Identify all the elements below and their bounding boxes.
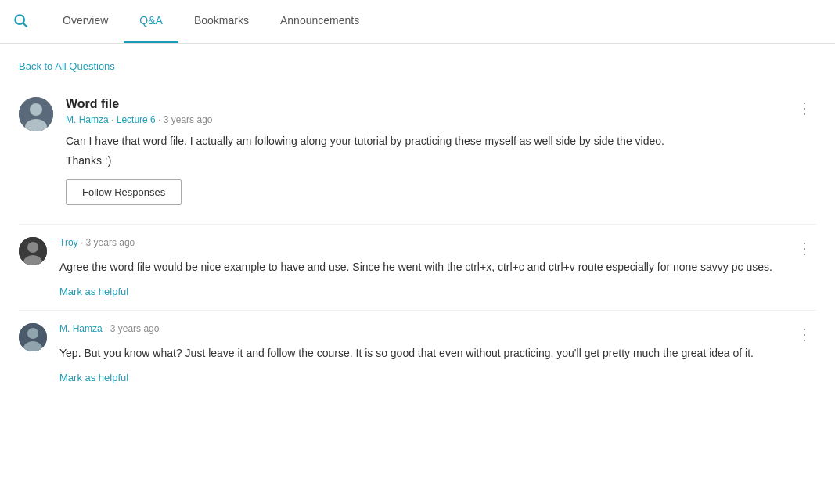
question-separator: · xyxy=(111,114,117,125)
tab-announcements[interactable]: Announcements xyxy=(265,0,375,43)
question-card: Word file M. Hamza · Lecture 6 · 3 years… xyxy=(19,91,816,218)
reply-card: Troy · 3 years ago ⋮ Agree the word file… xyxy=(19,224,816,310)
reply-card: M. Hamza · 3 years ago ⋮ Yep. But you kn… xyxy=(19,310,816,396)
reply-2-mark-helpful-button[interactable]: Mark as helpful xyxy=(59,372,128,383)
reply-2-avatar xyxy=(19,323,47,351)
back-to-questions-link[interactable]: Back to All Questions xyxy=(19,60,115,72)
question-author-avatar xyxy=(19,97,53,131)
svg-point-3 xyxy=(30,103,42,116)
tab-qna[interactable]: Q&A xyxy=(124,0,178,43)
question-title: Word file xyxy=(66,97,212,111)
question-title-area: Word file M. Hamza · Lecture 6 · 3 years… xyxy=(66,97,212,133)
tab-bookmarks[interactable]: Bookmarks xyxy=(178,0,265,43)
reply-1-time: · 3 years ago xyxy=(81,237,135,248)
reply-1-mark-helpful-button[interactable]: Mark as helpful xyxy=(59,286,128,297)
reply-1-text: Agree the word file would be nice exampl… xyxy=(59,259,816,275)
reply-1-body: Troy · 3 years ago ⋮ Agree the word file… xyxy=(59,237,816,297)
reply-1-author[interactable]: Troy xyxy=(59,237,78,248)
svg-point-9 xyxy=(27,328,38,339)
reply-1-avatar xyxy=(19,237,47,265)
svg-point-6 xyxy=(27,242,38,253)
reply-2-text: Yep. But you know what? Just leave it an… xyxy=(59,345,816,362)
replies-list: Troy · 3 years ago ⋮ Agree the word file… xyxy=(19,224,816,396)
svg-point-0 xyxy=(15,15,24,24)
reply-2-body: M. Hamza · 3 years ago ⋮ Yep. But you kn… xyxy=(59,323,816,383)
follow-responses-button[interactable]: Follow Responses xyxy=(66,179,182,205)
question-header: Word file M. Hamza · Lecture 6 · 3 years… xyxy=(66,97,816,133)
tab-overview[interactable]: Overview xyxy=(47,0,124,43)
main-content: Back to All Questions Word file M. Hamza… xyxy=(0,44,835,412)
nav-tabs: Overview Q&A Bookmarks Announcements xyxy=(47,0,375,43)
reply-2-author[interactable]: M. Hamza xyxy=(59,323,103,334)
question-more-icon[interactable]: ⋮ xyxy=(794,97,816,119)
question-body: Word file M. Hamza · Lecture 6 · 3 years… xyxy=(66,97,816,205)
question-author-link[interactable]: M. Hamza xyxy=(66,114,109,125)
reply-2-more-icon[interactable]: ⋮ xyxy=(794,323,816,345)
search-icon[interactable] xyxy=(13,13,28,31)
question-time: · 3 years ago xyxy=(158,114,212,125)
reply-2-meta: M. Hamza · 3 years ago xyxy=(59,323,159,334)
reply-2-time: · 3 years ago xyxy=(105,323,159,334)
svg-line-1 xyxy=(23,23,27,27)
question-meta: M. Hamza · Lecture 6 · 3 years ago xyxy=(66,114,212,125)
reply-1-more-icon[interactable]: ⋮ xyxy=(794,237,816,259)
reply-1-header: Troy · 3 years ago ⋮ xyxy=(59,237,816,259)
top-navigation: Overview Q&A Bookmarks Announcements xyxy=(0,0,835,44)
question-thanks-text: Thanks :) xyxy=(66,154,816,167)
question-body-text: Can I have that word file. I actually am… xyxy=(66,133,816,149)
reply-1-meta: Troy · 3 years ago xyxy=(59,237,135,248)
question-lecture-link[interactable]: Lecture 6 xyxy=(117,114,156,125)
reply-2-header: M. Hamza · 3 years ago ⋮ xyxy=(59,323,816,345)
